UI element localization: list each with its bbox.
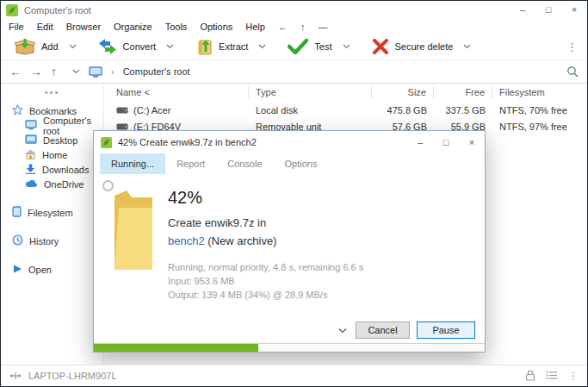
drive-filesystem: NTFS, 70% free: [492, 105, 587, 115]
progress-bar: [94, 343, 485, 352]
dialog-titlebar: 42% Create enwik9.7z in bench2 – □ ×: [94, 131, 485, 153]
menu-help[interactable]: Help: [245, 22, 265, 32]
sidebar-more[interactable]: •••: [1, 87, 103, 97]
sidebar-item-history[interactable]: History: [1, 234, 103, 248]
menu-bar: File Edit Browser Organize Tools Options…: [1, 19, 587, 34]
maximize-button[interactable]: □: [433, 131, 459, 153]
tab-options[interactable]: Options: [274, 153, 329, 174]
window-title: Computer's root: [24, 5, 91, 16]
test-button[interactable]: Test: [281, 36, 356, 57]
cloud-icon: [25, 179, 38, 190]
tab-report[interactable]: Report: [165, 153, 216, 174]
target-archive-link[interactable]: bench2: [168, 234, 205, 247]
sidebar-item-filesystem[interactable]: Filesystem: [1, 205, 103, 220]
downloads-icon: [25, 164, 36, 176]
folder-icon: [113, 189, 154, 275]
maximize-button[interactable]: □: [535, 1, 561, 19]
extract-icon: [195, 38, 213, 55]
secure-delete-button[interactable]: Secure delete: [365, 36, 479, 57]
search-icon[interactable]: [566, 66, 579, 78]
dialog-progress-text: 42% Create enwik9.7z in bench2 (New arch…: [168, 188, 363, 302]
breadcrumb[interactable]: Computer's root: [123, 66, 190, 77]
sidebar-item-label: Downloads: [42, 165, 89, 175]
main-toolbar: Add Convert Extract Test Secure delete ⋮: [1, 34, 587, 60]
address-bar: ← → ↑ › Computer's root: [1, 60, 587, 84]
convert-icon: [98, 38, 117, 55]
filesystem-icon: [12, 206, 22, 219]
sidebar-item-onedrive[interactable]: OneDrive: [1, 177, 103, 191]
menu-file[interactable]: File: [9, 22, 24, 32]
secure-delete-label: Secure delete: [395, 41, 454, 52]
table-row[interactable]: (C:) Acer Local disk 475.8 GB 337.5 GB N…: [104, 102, 587, 118]
menu-tools[interactable]: Tools: [165, 22, 188, 32]
sidebar-item-label: Desktop: [43, 135, 77, 146]
app-logo-icon: [6, 4, 18, 16]
app-logo-icon: [101, 137, 112, 148]
status-bar: LAPTOP-LHRM907L ⋮: [1, 365, 587, 386]
chevron-down-icon[interactable]: [166, 44, 174, 49]
more-options-chevron-icon[interactable]: [337, 326, 349, 335]
menu-back-arrow[interactable]: ←: [278, 22, 288, 32]
move-arrows-icon: [9, 371, 22, 380]
list-view-icon[interactable]: [546, 371, 558, 382]
pause-button[interactable]: Pause: [417, 321, 475, 339]
back-button[interactable]: ←: [9, 66, 22, 78]
add-button[interactable]: Add: [8, 35, 84, 58]
star-icon: [12, 104, 23, 117]
computer-name: LAPTOP-LHRM907L: [28, 371, 117, 381]
column-header-name[interactable]: Name <: [104, 86, 249, 99]
statusbar-overflow-icon[interactable]: ⋮: [568, 370, 579, 382]
close-button[interactable]: ×: [561, 1, 587, 19]
drive-filesystem: NTFS, 97% free: [492, 122, 587, 132]
extract-button[interactable]: Extract: [189, 35, 273, 58]
sidebar: ••• Bookmarks Computer's root Desktop Ho…: [1, 84, 104, 366]
menu-options[interactable]: Options: [200, 22, 232, 32]
status-line: Running, normal priority, 4.8 s, remaini…: [168, 260, 363, 274]
menu-organize[interactable]: Organize: [114, 22, 152, 32]
target-suffix: (New archive): [205, 234, 277, 247]
add-archive-icon: [15, 38, 35, 55]
dialog-body: 42% Create enwik9.7z in bench2 (New arch…: [94, 174, 485, 352]
secure-delete-x-icon: [372, 39, 389, 54]
forward-button[interactable]: →: [30, 66, 42, 78]
sidebar-item-label: Filesystem: [28, 208, 73, 218]
column-header-filesystem[interactable]: Filesystem: [492, 86, 587, 99]
breadcrumb-separator: ›: [111, 66, 115, 77]
chevron-down-icon[interactable]: [258, 44, 266, 49]
progress-bar-fill: [94, 344, 258, 352]
chevron-down-icon[interactable]: [463, 44, 471, 49]
sidebar-item-downloads[interactable]: Downloads: [1, 162, 103, 177]
chevron-down-icon[interactable]: [69, 44, 77, 49]
up-button[interactable]: ↑: [51, 66, 57, 78]
address-dropdown-icon[interactable]: [72, 69, 80, 74]
menu-edit[interactable]: Edit: [37, 22, 53, 32]
minimize-button[interactable]: –: [510, 1, 535, 19]
cancel-button[interactable]: Cancel: [356, 321, 410, 339]
output-line: Output: 139.4 MB (34%) @ 28.9 MB/s: [168, 288, 363, 302]
tab-running[interactable]: Running...: [100, 153, 165, 174]
chevron-down-icon[interactable]: [343, 44, 350, 49]
statusbar-right: ⋮: [525, 370, 579, 383]
test-checkmark-icon: [288, 39, 308, 54]
convert-button[interactable]: Convert: [91, 35, 182, 58]
menu-dash[interactable]: —: [318, 22, 327, 32]
toolbar-overflow-icon[interactable]: ⋮: [566, 41, 579, 53]
minimize-button[interactable]: –: [407, 131, 433, 153]
column-header-free[interactable]: Free: [434, 86, 492, 99]
action-line: Create enwik9.7z in: [168, 216, 363, 229]
file-list-header: Name < Type Size Free Filesystem: [104, 84, 587, 102]
column-header-size[interactable]: Size: [372, 86, 434, 99]
sidebar-item-computers-root[interactable]: Computer's root: [1, 118, 103, 133]
tab-console[interactable]: Console: [216, 153, 273, 174]
sidebar-item-open[interactable]: Open: [1, 262, 103, 277]
column-header-type[interactable]: Type: [249, 86, 372, 99]
menu-browser[interactable]: Browser: [66, 22, 101, 32]
target-line: bench2 (New archive): [168, 234, 363, 247]
sidebar-item-home[interactable]: Home: [1, 147, 103, 162]
lock-icon[interactable]: [525, 370, 535, 383]
menu-up-arrow[interactable]: ↑: [300, 22, 306, 32]
window-titlebar: Computer's root – □ ×: [1, 1, 587, 19]
dialog-title: 42% Create enwik9.7z in bench2: [118, 137, 257, 147]
window-controls: – □ ×: [510, 1, 587, 19]
close-button[interactable]: ×: [459, 131, 485, 153]
